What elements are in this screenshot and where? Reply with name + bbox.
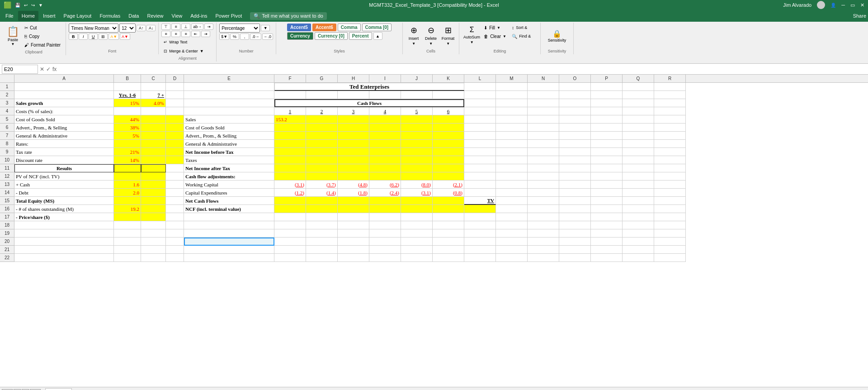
cell-q1[interactable] — [623, 83, 654, 91]
cell-k7[interactable] — [433, 132, 464, 140]
quick-access-undo[interactable]: ↩ — [24, 3, 28, 8]
cell-m4[interactable] — [496, 107, 528, 115]
number-format-select[interactable]: Percentage General Number Currency — [219, 24, 260, 33]
cell-k5[interactable] — [433, 115, 464, 124]
cell-b1[interactable] — [114, 83, 141, 91]
cell-a21[interactable] — [14, 246, 114, 254]
col-header-d[interactable]: D — [166, 75, 184, 82]
cell-d10[interactable] — [166, 156, 184, 164]
cell-a12[interactable]: PV of NCF (incl. TV) — [14, 172, 114, 181]
cell-n6[interactable] — [528, 124, 559, 132]
col-header-l[interactable]: L — [464, 75, 496, 82]
cell-e16[interactable]: NCF (incl. terminal value) — [184, 205, 274, 213]
cell-r10[interactable] — [654, 156, 686, 164]
autosum-btn[interactable]: Σ AutoSum ▼ — [463, 24, 481, 47]
cell-j10[interactable] — [401, 156, 433, 164]
menu-review[interactable]: Review — [143, 11, 167, 21]
cell-f6[interactable] — [274, 124, 306, 132]
cell-k21[interactable] — [433, 246, 464, 254]
cell-l3[interactable] — [464, 99, 496, 107]
cell-o7[interactable] — [559, 132, 591, 140]
col-header-r[interactable]: R — [654, 75, 686, 82]
row-header-10[interactable]: 10 — [0, 156, 14, 164]
cell-e20[interactable] — [184, 238, 274, 246]
cell-f16[interactable] — [274, 205, 306, 213]
cell-o22[interactable] — [559, 254, 591, 262]
cell-e22[interactable] — [184, 254, 274, 262]
cell-e11[interactable]: Net Income after Tax — [184, 164, 274, 172]
cell-o8[interactable] — [559, 140, 591, 148]
cell-d13[interactable] — [166, 181, 184, 189]
wrap-text-btn[interactable]: ↵ Wrap Text — [161, 38, 189, 46]
cell-e8[interactable]: General & Administrative — [184, 140, 274, 148]
cell-a7[interactable]: General & Administrative — [14, 132, 114, 140]
cell-r3[interactable] — [654, 99, 686, 107]
cell-b11[interactable] — [114, 164, 141, 172]
cell-o18[interactable] — [559, 221, 591, 229]
cell-a8[interactable]: Rates: — [14, 140, 114, 148]
cell-f18[interactable] — [274, 221, 306, 229]
cell-r18[interactable] — [654, 221, 686, 229]
cell-r9[interactable] — [654, 148, 686, 156]
cell-q18[interactable] — [623, 221, 654, 229]
cell-l17[interactable] — [464, 213, 496, 221]
percent-style-btn[interactable]: Percent — [349, 32, 372, 40]
cell-h14[interactable]: (1.8) — [338, 189, 369, 197]
cell-j18[interactable] — [401, 221, 433, 229]
cell-d9[interactable] — [166, 148, 184, 156]
cell-n21[interactable] — [528, 246, 559, 254]
cell-q5[interactable] — [623, 115, 654, 124]
cell-m1[interactable] — [496, 83, 528, 91]
cell-k15[interactable] — [433, 197, 464, 205]
cell-k12[interactable] — [433, 172, 464, 181]
cell-c14[interactable] — [141, 189, 166, 197]
cell-n9[interactable] — [528, 148, 559, 156]
cell-b17[interactable] — [114, 213, 141, 221]
cell-k6[interactable] — [433, 124, 464, 132]
cell-l4[interactable] — [464, 107, 496, 115]
indent-left-btn[interactable]: ⇤ — [191, 31, 200, 37]
cell-p20[interactable] — [591, 238, 623, 246]
cell-j20[interactable] — [401, 238, 433, 246]
menu-insert[interactable]: Insert — [39, 11, 59, 21]
cell-l12[interactable] — [464, 172, 496, 181]
cell-l20[interactable] — [464, 238, 496, 246]
align-left-btn[interactable]: ≡ — [161, 31, 170, 37]
cell-c2[interactable]: 7 + — [141, 91, 166, 99]
cell-p12[interactable] — [591, 172, 623, 181]
cut-button[interactable]: ✂ Cut — [22, 24, 63, 32]
cell-n19[interactable] — [528, 229, 559, 238]
cell-e9[interactable]: Net Income before Tax — [184, 148, 274, 156]
cell-d2[interactable] — [166, 91, 184, 99]
accent6-style-btn[interactable]: Accent6 — [312, 24, 336, 31]
cell-c6[interactable] — [141, 124, 166, 132]
cell-h8[interactable] — [338, 140, 369, 148]
cell-j17[interactable] — [401, 213, 433, 221]
cell-a15[interactable]: Total Equity (MS) — [14, 197, 114, 205]
cell-i17[interactable] — [369, 213, 401, 221]
cell-g12[interactable] — [306, 172, 338, 181]
cell-b15[interactable] — [114, 197, 141, 205]
cell-d18[interactable] — [166, 221, 184, 229]
cell-b8[interactable] — [114, 140, 141, 148]
cell-a20[interactable] — [14, 238, 114, 246]
cell-e7[interactable]: Advert., Prom., & Selling — [184, 132, 274, 140]
cell-n8[interactable] — [528, 140, 559, 148]
cell-f17[interactable] — [274, 213, 306, 221]
cell-m7[interactable] — [496, 132, 528, 140]
cell-c4[interactable] — [141, 107, 166, 115]
find-select-btn[interactable]: 🔍 Find & — [509, 32, 537, 40]
row-header-3[interactable]: 3 — [0, 99, 14, 107]
cell-e6[interactable]: Cost of Goods Sold — [184, 124, 274, 132]
cell-e18[interactable] — [184, 221, 274, 229]
cell-q19[interactable] — [623, 229, 654, 238]
paste-button[interactable]: 📋 Paste ▼ — [5, 24, 21, 48]
row-header-9[interactable]: 9 — [0, 148, 14, 156]
cell-c21[interactable] — [141, 246, 166, 254]
cell-f5[interactable]: 153.2 — [274, 115, 306, 124]
decimal-increase-btn[interactable]: .0→ — [250, 33, 261, 40]
cell-l16[interactable] — [464, 205, 496, 213]
cell-i4[interactable]: 4 — [369, 107, 401, 115]
cell-j6[interactable] — [401, 124, 433, 132]
cell-l18[interactable] — [464, 221, 496, 229]
